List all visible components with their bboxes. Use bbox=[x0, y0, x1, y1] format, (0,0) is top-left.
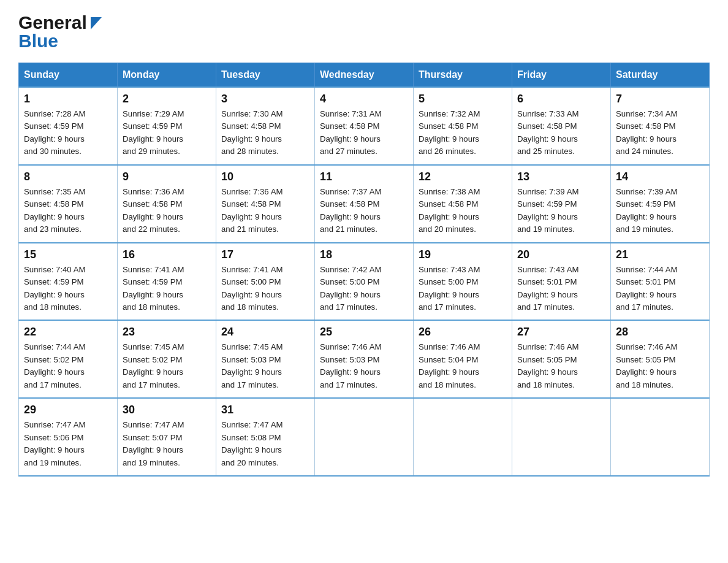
day-info: Sunrise: 7:44 AMSunset: 5:02 PMDaylight:… bbox=[24, 341, 112, 391]
day-info: Sunrise: 7:43 AMSunset: 5:01 PMDaylight:… bbox=[517, 264, 605, 314]
calendar-cell: 2Sunrise: 7:29 AMSunset: 4:59 PMDaylight… bbox=[118, 87, 216, 165]
day-info: Sunrise: 7:38 AMSunset: 4:58 PMDaylight:… bbox=[419, 186, 507, 236]
day-info: Sunrise: 7:35 AMSunset: 4:58 PMDaylight:… bbox=[24, 186, 112, 236]
calendar-cell: 1Sunrise: 7:28 AMSunset: 4:59 PMDaylight… bbox=[19, 87, 118, 165]
calendar-cell: 25Sunrise: 7:46 AMSunset: 5:03 PMDayligh… bbox=[315, 320, 414, 398]
day-info: Sunrise: 7:29 AMSunset: 4:59 PMDaylight:… bbox=[123, 108, 211, 158]
day-number: 30 bbox=[123, 404, 211, 416]
calendar-cell: 6Sunrise: 7:33 AMSunset: 4:58 PMDaylight… bbox=[512, 87, 611, 165]
day-number: 9 bbox=[123, 170, 211, 183]
calendar-cell: 24Sunrise: 7:45 AMSunset: 5:03 PMDayligh… bbox=[216, 320, 315, 398]
calendar-header-row: SundayMondayTuesdayWednesdayThursdayFrid… bbox=[19, 63, 710, 88]
day-info: Sunrise: 7:45 AMSunset: 5:02 PMDaylight:… bbox=[123, 341, 211, 391]
day-number: 12 bbox=[419, 170, 507, 183]
day-number: 14 bbox=[616, 170, 704, 183]
day-number: 15 bbox=[24, 248, 112, 261]
calendar-table: SundayMondayTuesdayWednesdayThursdayFrid… bbox=[18, 63, 710, 477]
calendar-week-row: 29Sunrise: 7:47 AMSunset: 5:06 PMDayligh… bbox=[19, 398, 710, 476]
logo: General Blue bbox=[18, 12, 102, 50]
day-info: Sunrise: 7:40 AMSunset: 4:59 PMDaylight:… bbox=[24, 264, 112, 314]
day-info: Sunrise: 7:39 AMSunset: 4:59 PMDaylight:… bbox=[517, 186, 605, 236]
day-number: 23 bbox=[123, 326, 211, 339]
calendar-cell: 26Sunrise: 7:46 AMSunset: 5:04 PMDayligh… bbox=[414, 320, 512, 398]
calendar-cell: 10Sunrise: 7:36 AMSunset: 4:58 PMDayligh… bbox=[216, 165, 315, 243]
day-info: Sunrise: 7:39 AMSunset: 4:59 PMDaylight:… bbox=[616, 186, 704, 236]
day-info: Sunrise: 7:46 AMSunset: 5:03 PMDaylight:… bbox=[320, 341, 408, 391]
day-number: 19 bbox=[419, 248, 507, 261]
calendar-cell: 20Sunrise: 7:43 AMSunset: 5:01 PMDayligh… bbox=[512, 243, 611, 321]
calendar-cell: 16Sunrise: 7:41 AMSunset: 4:59 PMDayligh… bbox=[118, 243, 216, 321]
svg-marker-0 bbox=[91, 17, 102, 29]
calendar-cell: 27Sunrise: 7:46 AMSunset: 5:05 PMDayligh… bbox=[512, 320, 611, 398]
day-number: 4 bbox=[320, 93, 408, 105]
day-number: 11 bbox=[320, 170, 408, 183]
calendar-cell: 14Sunrise: 7:39 AMSunset: 4:59 PMDayligh… bbox=[611, 165, 710, 243]
calendar-dow-monday: Monday bbox=[118, 63, 216, 88]
logo-blue: Blue bbox=[18, 32, 102, 50]
calendar-cell: 31Sunrise: 7:47 AMSunset: 5:08 PMDayligh… bbox=[216, 398, 315, 476]
day-info: Sunrise: 7:46 AMSunset: 5:05 PMDaylight:… bbox=[517, 341, 605, 391]
calendar-week-row: 1Sunrise: 7:28 AMSunset: 4:59 PMDaylight… bbox=[19, 87, 710, 165]
calendar-dow-tuesday: Tuesday bbox=[216, 63, 315, 88]
day-number: 29 bbox=[24, 404, 112, 416]
calendar-week-row: 15Sunrise: 7:40 AMSunset: 4:59 PMDayligh… bbox=[19, 243, 710, 321]
day-info: Sunrise: 7:41 AMSunset: 4:59 PMDaylight:… bbox=[123, 264, 211, 314]
day-info: Sunrise: 7:46 AMSunset: 5:04 PMDaylight:… bbox=[419, 341, 507, 391]
day-number: 1 bbox=[24, 93, 112, 105]
day-number: 24 bbox=[221, 326, 309, 339]
day-info: Sunrise: 7:30 AMSunset: 4:58 PMDaylight:… bbox=[221, 108, 309, 158]
day-number: 22 bbox=[24, 326, 112, 339]
day-number: 16 bbox=[123, 248, 211, 261]
calendar-cell: 3Sunrise: 7:30 AMSunset: 4:58 PMDaylight… bbox=[216, 87, 315, 165]
day-number: 13 bbox=[517, 170, 605, 183]
calendar-cell: 8Sunrise: 7:35 AMSunset: 4:58 PMDaylight… bbox=[19, 165, 118, 243]
day-info: Sunrise: 7:46 AMSunset: 5:05 PMDaylight:… bbox=[616, 341, 704, 391]
calendar-cell: 22Sunrise: 7:44 AMSunset: 5:02 PMDayligh… bbox=[19, 320, 118, 398]
calendar-cell bbox=[611, 398, 710, 476]
day-number: 7 bbox=[616, 93, 704, 105]
calendar-cell: 13Sunrise: 7:39 AMSunset: 4:59 PMDayligh… bbox=[512, 165, 611, 243]
day-info: Sunrise: 7:36 AMSunset: 4:58 PMDaylight:… bbox=[123, 186, 211, 236]
calendar-cell: 12Sunrise: 7:38 AMSunset: 4:58 PMDayligh… bbox=[414, 165, 512, 243]
calendar-dow-saturday: Saturday bbox=[611, 63, 710, 88]
calendar-cell: 4Sunrise: 7:31 AMSunset: 4:58 PMDaylight… bbox=[315, 87, 414, 165]
day-info: Sunrise: 7:41 AMSunset: 5:00 PMDaylight:… bbox=[221, 264, 309, 314]
day-number: 21 bbox=[616, 248, 704, 261]
page-header: General Blue bbox=[18, 12, 710, 50]
day-info: Sunrise: 7:42 AMSunset: 5:00 PMDaylight:… bbox=[320, 264, 408, 314]
day-info: Sunrise: 7:37 AMSunset: 4:58 PMDaylight:… bbox=[320, 186, 408, 236]
calendar-cell: 18Sunrise: 7:42 AMSunset: 5:00 PMDayligh… bbox=[315, 243, 414, 321]
day-number: 6 bbox=[517, 93, 605, 105]
calendar-cell bbox=[512, 398, 611, 476]
calendar-cell: 30Sunrise: 7:47 AMSunset: 5:07 PMDayligh… bbox=[118, 398, 216, 476]
calendar-cell: 28Sunrise: 7:46 AMSunset: 5:05 PMDayligh… bbox=[611, 320, 710, 398]
day-info: Sunrise: 7:47 AMSunset: 5:07 PMDaylight:… bbox=[123, 419, 211, 469]
day-number: 31 bbox=[221, 404, 309, 416]
day-number: 5 bbox=[419, 93, 507, 105]
calendar-cell: 19Sunrise: 7:43 AMSunset: 5:00 PMDayligh… bbox=[414, 243, 512, 321]
day-info: Sunrise: 7:47 AMSunset: 5:08 PMDaylight:… bbox=[221, 419, 309, 469]
day-info: Sunrise: 7:28 AMSunset: 4:59 PMDaylight:… bbox=[24, 108, 112, 158]
calendar-dow-wednesday: Wednesday bbox=[315, 63, 414, 88]
calendar-cell bbox=[414, 398, 512, 476]
calendar-week-row: 8Sunrise: 7:35 AMSunset: 4:58 PMDaylight… bbox=[19, 165, 710, 243]
day-number: 8 bbox=[24, 170, 112, 183]
calendar-cell: 9Sunrise: 7:36 AMSunset: 4:58 PMDaylight… bbox=[118, 165, 216, 243]
day-info: Sunrise: 7:45 AMSunset: 5:03 PMDaylight:… bbox=[221, 341, 309, 391]
calendar-cell: 7Sunrise: 7:34 AMSunset: 4:58 PMDaylight… bbox=[611, 87, 710, 165]
calendar-cell: 21Sunrise: 7:44 AMSunset: 5:01 PMDayligh… bbox=[611, 243, 710, 321]
day-number: 3 bbox=[221, 93, 309, 105]
day-info: Sunrise: 7:44 AMSunset: 5:01 PMDaylight:… bbox=[616, 264, 704, 314]
day-number: 28 bbox=[616, 326, 704, 339]
logo-general: General bbox=[18, 12, 87, 33]
calendar-cell: 29Sunrise: 7:47 AMSunset: 5:06 PMDayligh… bbox=[19, 398, 118, 476]
calendar-dow-friday: Friday bbox=[512, 63, 611, 88]
day-info: Sunrise: 7:34 AMSunset: 4:58 PMDaylight:… bbox=[616, 108, 704, 158]
day-number: 18 bbox=[320, 248, 408, 261]
day-number: 10 bbox=[221, 170, 309, 183]
calendar-dow-thursday: Thursday bbox=[414, 63, 512, 88]
day-number: 20 bbox=[517, 248, 605, 261]
day-number: 26 bbox=[419, 326, 507, 339]
day-info: Sunrise: 7:33 AMSunset: 4:58 PMDaylight:… bbox=[517, 108, 605, 158]
day-info: Sunrise: 7:32 AMSunset: 4:58 PMDaylight:… bbox=[419, 108, 507, 158]
